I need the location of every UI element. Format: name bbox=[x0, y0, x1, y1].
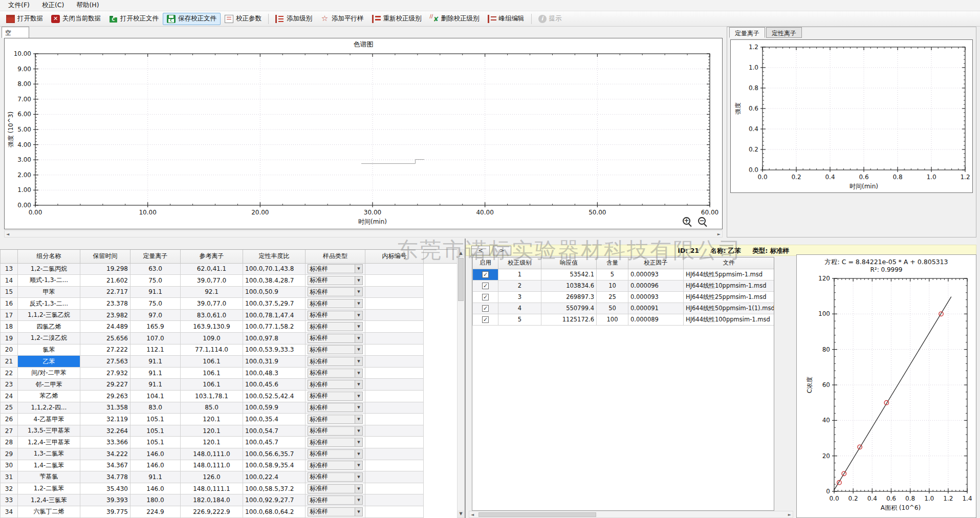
component-name-cell[interactable]: 顺式-1,3-二... bbox=[18, 275, 80, 287]
component-name-cell[interactable]: 氯苯 bbox=[18, 344, 80, 356]
retention-time-cell[interactable]: 34.222 bbox=[80, 448, 130, 460]
abundance-ratio-cell[interactable]: 100.0,97.8 bbox=[243, 333, 306, 344]
chevron-down-icon[interactable]: ▼ bbox=[355, 415, 362, 423]
chevron-down-icon[interactable]: ▼ bbox=[355, 461, 362, 469]
component-name-cell[interactable]: 1,2-二氯丙烷 bbox=[18, 263, 80, 275]
column-header[interactable]: 校正级别 bbox=[498, 257, 541, 269]
reference-ion-cell[interactable]: 120.1 bbox=[181, 414, 243, 425]
abundance-ratio-cell[interactable]: 100.0,78.1,47.4 bbox=[243, 309, 306, 321]
column-header[interactable]: 定性丰度比 bbox=[243, 250, 306, 263]
retention-time-cell[interactable]: 35.430 bbox=[80, 483, 130, 494]
reference-ion-cell[interactable]: 85.0 bbox=[181, 402, 243, 414]
hscroll-thumb[interactable] bbox=[478, 512, 596, 517]
row-number-cell[interactable]: 18 bbox=[1, 321, 18, 333]
sample-type-dropdown[interactable]: 标准样▼ bbox=[308, 369, 363, 378]
checkbox-checked-icon[interactable]: ✓ bbox=[482, 283, 489, 289]
component-name-cell[interactable]: 4-乙基甲苯 bbox=[18, 414, 80, 425]
sample-type-dropdown[interactable]: 标准样▼ bbox=[308, 287, 363, 296]
abundance-ratio-cell[interactable]: 100.0,92.9,27.7 bbox=[243, 494, 306, 506]
reference-ion-cell[interactable]: 106.1 bbox=[181, 356, 243, 368]
amount-cell[interactable]: 25 bbox=[597, 291, 628, 303]
level-cell[interactable]: 5 bbox=[498, 314, 541, 325]
factor-cell[interactable]: 0.000091 bbox=[628, 303, 684, 314]
chromatogram-hscrollbar[interactable]: ◄ ► bbox=[4, 230, 723, 238]
chevron-down-icon[interactable]: ▼ bbox=[355, 438, 362, 446]
internal-standard-cell[interactable] bbox=[365, 448, 424, 460]
reference-ion-cell[interactable]: 106.1 bbox=[181, 367, 243, 379]
sample-type-dropdown[interactable]: 标准样▼ bbox=[308, 484, 363, 493]
reference-ion-cell[interactable]: 120.1 bbox=[181, 425, 243, 437]
row-number-cell[interactable]: 23 bbox=[1, 379, 18, 391]
column-header[interactable]: 样品类型 bbox=[306, 250, 365, 263]
retention-time-cell[interactable]: 29.263 bbox=[80, 391, 130, 402]
internal-standard-cell[interactable] bbox=[365, 344, 424, 356]
quant-ion-cell[interactable]: 91.1 bbox=[130, 367, 181, 379]
row-number-cell[interactable]: 28 bbox=[1, 437, 18, 448]
level-panel-hscrollbar[interactable]: ◄ ► bbox=[469, 511, 793, 518]
quant-ion-cell[interactable]: 83.0 bbox=[130, 402, 181, 414]
row-number-cell[interactable]: 14 bbox=[1, 275, 18, 287]
internal-standard-cell[interactable] bbox=[365, 402, 424, 414]
abundance-ratio-cell[interactable]: 100.0,45.6 bbox=[243, 379, 306, 391]
reference-ion-cell[interactable]: 126.0 bbox=[181, 471, 243, 483]
row-number-cell[interactable]: 31 bbox=[1, 471, 18, 483]
quant-ion-cell[interactable]: 165.9 bbox=[130, 321, 181, 333]
abundance-ratio-cell[interactable]: 100.0,54.7 bbox=[243, 425, 306, 437]
quant-ion-cell[interactable]: 91.1 bbox=[130, 356, 181, 368]
abundance-ratio-cell[interactable]: 100.0,68.0,64.2 bbox=[243, 506, 306, 517]
abundance-ratio-cell[interactable]: 100.0,70.1,43.8 bbox=[243, 263, 306, 275]
chevron-down-icon[interactable]: ▼ bbox=[355, 276, 362, 285]
response-cell[interactable]: 103834.6 bbox=[541, 280, 597, 291]
abundance-ratio-cell[interactable]: 100.0,50.9 bbox=[243, 286, 306, 298]
quant-ion-cell[interactable]: 105.1 bbox=[130, 425, 181, 437]
row-number-cell[interactable]: 21 bbox=[1, 356, 18, 368]
component-name-cell[interactable]: 四氯乙烯 bbox=[18, 321, 80, 333]
add-level-button[interactable]: 添加级别 bbox=[271, 13, 316, 25]
recalibrate-level-button[interactable]: 重新校正级别 bbox=[368, 13, 426, 25]
amount-cell[interactable]: 100 bbox=[597, 314, 628, 325]
scroll-right-icon[interactable]: ► bbox=[788, 512, 791, 517]
component-name-cell[interactable]: 1,2-二溴乙烷 bbox=[18, 333, 80, 344]
response-cell[interactable]: 1125172.6 bbox=[541, 314, 597, 325]
chevron-down-icon[interactable]: ▼ bbox=[355, 369, 362, 377]
row-number-cell[interactable]: 32 bbox=[1, 483, 18, 494]
internal-standard-cell[interactable] bbox=[365, 263, 424, 275]
chevron-down-icon[interactable]: ▼ bbox=[355, 346, 362, 354]
chevron-down-icon[interactable]: ▼ bbox=[355, 299, 362, 308]
sample-type-dropdown[interactable]: 标准样▼ bbox=[308, 449, 363, 459]
checkbox-checked-icon[interactable]: ✓ bbox=[482, 316, 489, 323]
response-cell[interactable]: 550799.4 bbox=[541, 303, 597, 314]
row-number-cell[interactable]: 25 bbox=[1, 402, 18, 414]
level-cell[interactable]: 1 bbox=[498, 269, 541, 280]
checkbox-checked-icon[interactable]: ✓ bbox=[482, 271, 489, 278]
reference-ion-cell[interactable]: 106.1 bbox=[181, 379, 243, 391]
column-header[interactable]: 内标编号 bbox=[365, 250, 424, 263]
chevron-down-icon[interactable]: ▼ bbox=[355, 311, 362, 319]
internal-standard-cell[interactable] bbox=[365, 471, 424, 483]
reference-ion-cell[interactable]: 83.0,61.0 bbox=[181, 309, 243, 321]
sample-type-dropdown[interactable]: 标准样▼ bbox=[308, 403, 363, 412]
quant-ion-cell[interactable]: 97.0 bbox=[130, 309, 181, 321]
chevron-down-icon[interactable]: ▼ bbox=[355, 403, 362, 412]
chevron-down-icon[interactable]: ▼ bbox=[355, 485, 362, 493]
sample-type-dropdown[interactable]: 标准样▼ bbox=[308, 426, 363, 436]
retention-time-cell[interactable]: 32.264 bbox=[80, 425, 130, 437]
internal-standard-cell[interactable] bbox=[365, 309, 424, 321]
chevron-down-icon[interactable]: ▼ bbox=[355, 427, 362, 435]
file-cell[interactable]: HJ644线性10ppmsim-1.msd bbox=[684, 280, 774, 291]
sample-type-dropdown[interactable]: 标准样▼ bbox=[308, 392, 363, 401]
retention-time-cell[interactable]: 23.982 bbox=[80, 309, 130, 321]
chevron-down-icon[interactable]: ▼ bbox=[355, 265, 362, 273]
file-cell[interactable]: HJ644线性100ppmsim-1.msd bbox=[684, 314, 774, 325]
checkbox-checked-icon[interactable]: ✓ bbox=[482, 305, 489, 312]
abundance-ratio-cell[interactable]: 100.0,56.6,35.7 bbox=[243, 448, 306, 460]
component-name-cell[interactable]: 邻-二甲苯 bbox=[18, 379, 80, 391]
quant-ion-cell[interactable]: 180.0 bbox=[130, 494, 181, 506]
sample-type-dropdown[interactable]: 标准样▼ bbox=[308, 415, 363, 424]
row-number-cell[interactable]: 16 bbox=[1, 298, 18, 310]
sample-type-dropdown[interactable]: 标准样▼ bbox=[308, 299, 363, 308]
component-name-cell[interactable]: 乙苯 bbox=[18, 356, 80, 368]
quant-ion-cell[interactable]: 104.1 bbox=[130, 391, 181, 402]
calibration-curve-chart[interactable]: 0.00.20.40.60.81.01.21.4020406080100120A… bbox=[798, 274, 974, 515]
next-component-button[interactable]: > bbox=[493, 246, 511, 255]
